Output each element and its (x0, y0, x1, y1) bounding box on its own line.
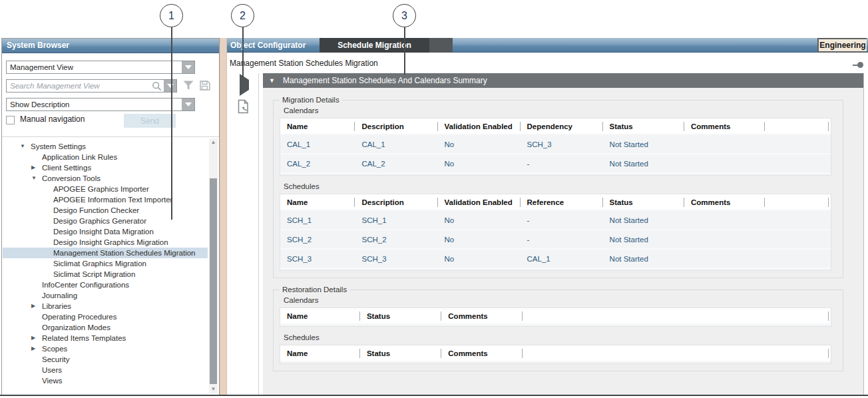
table-cell-filler (765, 249, 831, 268)
tab-schedule-migration[interactable]: Schedule Migration (320, 38, 429, 53)
start-migration-button[interactable] (235, 77, 251, 92)
tree-item-label: Desigo Insight Data Migration (3, 226, 208, 237)
column-header[interactable]: Comments (684, 118, 765, 134)
table-cell: - (521, 230, 603, 249)
summary-section-header[interactable]: ▼ Management Station Schedules And Calen… (263, 73, 863, 88)
view-selector-dropdown[interactable]: Management View (6, 61, 195, 74)
tree-item-selected[interactable]: Management Station Schedules Migration (3, 248, 208, 258)
restore-button[interactable] (235, 99, 251, 114)
manual-navigation-checkbox[interactable] (6, 116, 15, 124)
table-cell: No (438, 154, 521, 173)
save-icon[interactable] (199, 80, 211, 91)
tree-item[interactable]: Desigo Graphics Generator (3, 216, 208, 226)
chevron-down-icon[interactable] (164, 80, 176, 92)
scroll-up-icon[interactable]: ▲ (209, 138, 218, 146)
scroll-down-icon[interactable]: ▼ (209, 385, 218, 393)
tree-item[interactable]: Desigo Function Checker (3, 205, 208, 216)
column-header[interactable]: Name (280, 308, 360, 324)
tree-collapsed-icon[interactable]: ▶ (31, 301, 41, 311)
column-header[interactable]: Status (603, 118, 684, 134)
tree-item[interactable]: Views (3, 375, 208, 386)
column-header[interactable]: Dependency (521, 118, 603, 134)
table-row[interactable]: CAL_2CAL_2No-Not Started (280, 154, 831, 173)
column-header[interactable]: Validation Enabled (438, 118, 521, 134)
table-cell: SCH_1 (355, 210, 437, 230)
table-cell (684, 230, 765, 249)
column-header[interactable]: Name (280, 345, 360, 361)
summary-section: ▼ Management Station Schedules And Calen… (263, 73, 864, 395)
tree-item[interactable]: ▶Related Items Templates (3, 333, 208, 343)
tree-item[interactable]: ▶Libraries (3, 301, 208, 311)
breadcrumb: Management Station Schedules Migration (230, 59, 378, 68)
tree-item[interactable]: Security (3, 354, 208, 365)
callout-2-line (242, 27, 244, 77)
tree-expanded-icon[interactable]: ▼ (20, 141, 29, 152)
tree-item[interactable]: Siclimat Graphics Migration (3, 258, 208, 269)
panel-splitter[interactable] (220, 38, 227, 395)
pin-icon[interactable] (853, 62, 863, 68)
chevron-down-icon[interactable] (182, 61, 194, 73)
column-header[interactable]: Status (360, 345, 441, 361)
column-header[interactable]: Description (355, 194, 437, 210)
tree-item[interactable]: Journaling (3, 290, 208, 301)
tree-item-label: Organization Modes (3, 322, 208, 333)
tree-item[interactable]: ▼Conversion Tools (3, 173, 208, 184)
tree-item[interactable]: Users (3, 365, 208, 375)
column-header-filler (523, 345, 831, 361)
tree-item-label: APOGEE Graphics Importer (3, 184, 208, 194)
calendars-label: Calendars (284, 296, 831, 304)
column-header[interactable]: Comments (441, 345, 523, 361)
tree-item[interactable]: Desigo Insight Data Migration (3, 226, 208, 237)
column-header[interactable]: Status (360, 308, 441, 324)
tab-stub (429, 38, 453, 53)
column-header[interactable]: Validation Enabled (438, 194, 521, 210)
table-cell-filler (765, 230, 831, 249)
table-row[interactable]: CAL_1CAL_1NoSCH_3Not Started (280, 134, 831, 154)
tree-item[interactable]: Siclimat Script Migration (3, 269, 208, 280)
column-header[interactable]: Description (355, 118, 437, 134)
tree-item[interactable]: Desigo Insight Graphics Migration (3, 237, 208, 248)
tree-collapsed-icon[interactable]: ▶ (31, 333, 41, 343)
table-cell: CAL_1 (355, 134, 437, 154)
tree-collapsed-icon[interactable]: ▶ (31, 343, 41, 354)
tree-item[interactable]: Operating Procedures (3, 311, 208, 322)
tree-item[interactable]: APOGEE Graphics Importer (3, 184, 208, 194)
table-row[interactable]: SCH_3SCH_3NoCAL_1Not Started (280, 249, 831, 268)
tree-expanded-icon[interactable]: ▼ (31, 173, 41, 184)
callout-2: 2 (231, 4, 254, 27)
tree-item-label: Desigo Function Checker (3, 205, 208, 216)
tree-item[interactable]: InfoCenter Configurations (3, 280, 208, 290)
tree-item[interactable]: APOGEE Information Text Importer (3, 194, 208, 205)
tree-item[interactable]: Organization Modes (3, 322, 208, 333)
column-header[interactable]: Status (603, 194, 684, 210)
column-header[interactable]: Name (280, 194, 355, 210)
search-input[interactable] (7, 81, 152, 91)
column-header[interactable]: Comments (684, 194, 765, 210)
tree-item-label: APOGEE Information Text Importer (3, 194, 208, 205)
tree-collapsed-icon[interactable]: ▶ (31, 162, 41, 173)
controls-separator (2, 136, 219, 137)
tree-item-label: InfoCenter Configurations (3, 280, 208, 290)
column-header[interactable]: Comments (441, 308, 523, 324)
collapse-icon[interactable]: ▼ (269, 73, 275, 88)
table-cell: Not Started (603, 230, 684, 249)
search-box[interactable] (6, 79, 177, 93)
display-mode-dropdown[interactable]: Show Description (6, 98, 195, 111)
scrollbar-thumb[interactable] (210, 178, 217, 384)
tree-item[interactable]: ▶Client Settings (3, 162, 208, 173)
schedules-label: Schedules (284, 333, 831, 341)
summary-section-body: Migration Details Calendars NameDescript… (263, 88, 863, 395)
table-row[interactable]: SCH_1SCH_1No-Not Started (280, 210, 831, 230)
tree-item[interactable]: ▶Scopes (3, 343, 208, 354)
tree-scrollbar[interactable]: ▲ ▼ (209, 138, 218, 393)
chevron-down-icon[interactable] (182, 99, 194, 110)
tree-item[interactable]: Application Link Rules (3, 152, 208, 162)
tree-item[interactable]: ▼System Settings (3, 141, 208, 152)
send-button[interactable]: Send (124, 114, 176, 128)
table-row[interactable]: SCH_2SCH_2No-Not Started (280, 230, 831, 249)
tab-object-configurator[interactable]: Object Configurator (230, 38, 306, 53)
column-header[interactable]: Reference (521, 194, 603, 210)
column-header[interactable]: Name (280, 118, 355, 134)
filter-icon[interactable] (182, 80, 194, 91)
engineering-mode-button[interactable]: Engineering (817, 38, 867, 53)
